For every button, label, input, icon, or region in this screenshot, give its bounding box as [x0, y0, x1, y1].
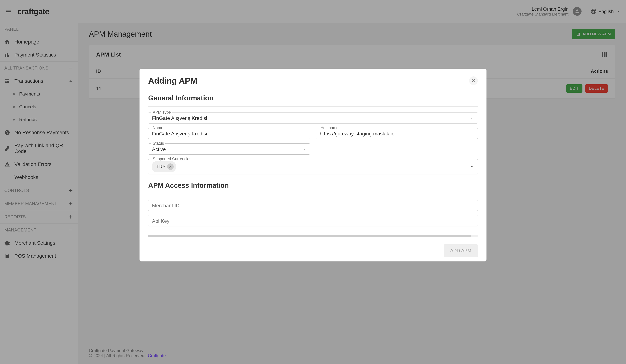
- supported-currencies-field[interactable]: Supported Currencies TRY: [148, 159, 478, 174]
- name-input[interactable]: [152, 131, 306, 137]
- divider: [148, 194, 478, 194]
- close-icon: [169, 165, 172, 168]
- modal-title: Adding APM: [148, 76, 197, 86]
- add-apm-modal: Adding APM General Information APM Type …: [140, 69, 486, 262]
- apm-type-select[interactable]: APM Type FinGate Alışveriş Kredisi: [148, 112, 478, 124]
- merchant-id-input[interactable]: [152, 203, 474, 208]
- chip-remove-button[interactable]: [167, 164, 174, 170]
- field-label: Status: [151, 141, 165, 146]
- name-field[interactable]: Name: [148, 128, 310, 139]
- add-apm-button[interactable]: ADD APM: [444, 244, 478, 257]
- api-key-input[interactable]: [152, 218, 474, 224]
- field-label: Supported Currencies: [151, 157, 193, 161]
- close-icon: [471, 78, 476, 83]
- chevron-down-icon: [470, 116, 474, 120]
- field-label: APM Type: [151, 110, 172, 115]
- scrollbar-thumb[interactable]: [148, 235, 471, 237]
- hostname-field[interactable]: Hostname: [316, 128, 478, 139]
- currency-chip: TRY: [152, 161, 176, 172]
- merchant-id-field[interactable]: [148, 200, 478, 211]
- section-title-access: APM Access Information: [148, 182, 478, 189]
- chevron-down-icon: [302, 147, 306, 152]
- field-label: Hostname: [319, 126, 340, 130]
- modal-scrollbar[interactable]: [148, 235, 478, 237]
- field-value: Active: [152, 146, 302, 152]
- chevron-down-icon: [470, 165, 474, 169]
- section-title-general: General Information: [148, 94, 478, 102]
- field-label: Name: [151, 126, 165, 130]
- modal-overlay[interactable]: Adding APM General Information APM Type …: [0, 0, 626, 364]
- api-key-field[interactable]: [148, 215, 478, 227]
- field-value: FinGate Alışveriş Kredisi: [152, 115, 470, 121]
- close-button[interactable]: [469, 76, 478, 85]
- hostname-input[interactable]: [320, 131, 474, 137]
- status-select[interactable]: Status Active: [148, 143, 310, 155]
- chip-label: TRY: [156, 164, 166, 169]
